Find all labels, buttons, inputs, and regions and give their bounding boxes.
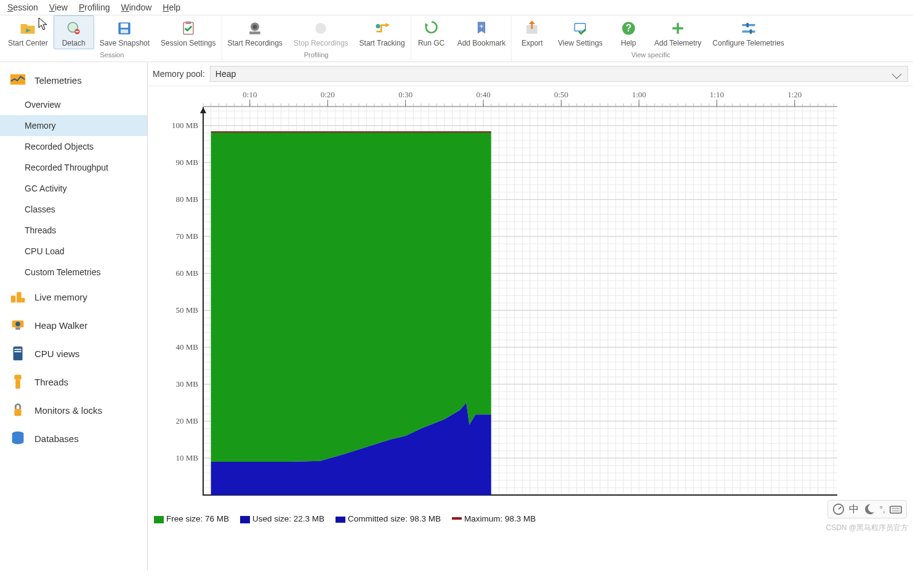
menu-profiling[interactable]: Profiling [79,2,110,12]
save-icon [116,20,133,37]
svg-marker-18 [529,21,536,24]
help-button[interactable]: ?Help [608,15,649,49]
memory-pool-label: Memory pool: [153,69,205,79]
svg-rect-35 [14,349,21,350]
export-icon [523,20,541,37]
svg-rect-29 [17,292,22,303]
help-icon: ? [620,20,637,37]
keyboard-icon [889,502,903,516]
svg-rect-34 [14,347,23,361]
tracking-icon [374,20,391,37]
sidebar-item-custom-telemetries[interactable]: Custom Telemetries [0,262,147,283]
svg-rect-5 [121,23,128,28]
legend-swatch-used [240,516,250,523]
recycle-icon [423,20,440,37]
sidebar-item-overview[interactable]: Overview [0,94,147,115]
legend-swatch-free [154,516,164,523]
clipboard-check-icon [180,20,197,37]
svg-rect-38 [15,380,20,389]
ime-lang-icon: 中 [849,503,859,516]
menu-help[interactable]: Help [163,2,180,12]
configure-icon [740,20,757,37]
svg-rect-39 [14,409,21,416]
telemetries-icon [9,71,27,89]
sidebar-item-recorded-throughput[interactable]: Recorded Throughput [0,157,147,178]
legend-swatch-committed [336,517,345,523]
moon-icon [863,502,876,516]
svg-point-12 [315,23,326,34]
svg-rect-11 [249,31,260,34]
run-gc-button[interactable]: Run GC [411,15,452,49]
svg-rect-28 [11,296,16,303]
svg-rect-25 [746,23,749,27]
svg-rect-37 [14,375,21,380]
ime-status-bar[interactable]: 中 °, [827,500,907,518]
record-icon [246,20,263,37]
svg-text:+: + [479,22,483,31]
menu-window[interactable]: Window [121,2,152,12]
detach-button[interactable]: Detach [54,15,94,49]
start-recordings-button[interactable]: Start Recordings [222,15,288,49]
stop-icon [312,20,329,37]
detach-icon [65,20,82,37]
svg-rect-3 [75,31,78,32]
configure-telemetries-button[interactable]: Configure Telemetries [707,15,790,49]
sidebar-item-cpu-load[interactable]: CPU Load [0,241,147,262]
sidebar-item-gc-activity[interactable]: GC Activity [0,178,147,199]
sidebar-item-recorded-objects[interactable]: Recorded Objects [0,136,147,157]
chevron-down-icon [892,70,902,79]
sidebar-section-databases[interactable]: Databases [0,424,147,453]
svg-rect-6 [121,30,128,33]
memory-pool-select[interactable]: Heap [210,66,908,82]
sidebar: Telemetries OverviewMemoryRecorded Objec… [0,62,148,570]
group-label-profiling: Profiling [304,49,329,60]
svg-point-14 [376,24,380,28]
gauge-icon [832,502,845,516]
sidebar-item-memory[interactable]: Memory [0,115,147,136]
menubar: Session View Profiling Window Help [0,0,913,15]
svg-rect-26 [749,30,752,34]
svg-point-32 [15,322,20,327]
svg-rect-36 [14,352,21,353]
memory-chart [148,86,913,570]
add-telemetry-button[interactable]: Add Telemetry [649,15,707,49]
sidebar-section-threads[interactable]: Threads [0,368,147,396]
svg-rect-44 [890,507,901,513]
start-center-button[interactable]: Start Center [2,15,54,49]
start-tracking-button[interactable]: Start Tracking [354,15,411,49]
svg-marker-13 [385,23,390,27]
sidebar-item-threads[interactable]: Threads [0,220,147,241]
sidebar-section-cpu-views[interactable]: CPU views [0,339,147,368]
svg-rect-30 [22,298,25,303]
sidebar-item-classes[interactable]: Classes [0,199,147,220]
menu-session[interactable]: Session [7,2,38,12]
folder-play-icon [19,20,36,37]
svg-rect-24 [742,31,755,33]
svg-point-42 [12,440,24,445]
legend-swatch-max [452,517,462,520]
add-bookmark-button[interactable]: +Add Bookmark [452,15,512,49]
sidebar-section-live-memory[interactable]: Live memory [0,283,147,311]
mode-icon: °, [880,504,886,514]
svg-rect-33 [15,328,20,330]
export-button[interactable]: Export [512,15,552,49]
sidebar-section-heap-walker[interactable]: Heap Walker [0,311,147,339]
watermark: CSDN @黑马程序员官方 [826,523,908,533]
sidebar-section-monitors-locks[interactable]: Monitors & locks [0,396,147,424]
session-settings-button[interactable]: Session Settings [155,15,221,49]
sidebar-section-telemetries[interactable]: Telemetries [0,66,147,94]
menu-view[interactable]: View [49,2,68,12]
svg-text:?: ? [625,23,632,33]
group-label-view: View specific [631,49,670,60]
toolbar: Start Center Detach Save Snapshot Sessio… [0,15,913,62]
chart-legend: Free size: 76 MB Used size: 22.3 MB Comm… [154,514,536,523]
view-settings-icon [572,20,589,37]
memory-pool-value: Heap [215,69,236,79]
save-snapshot-button[interactable]: Save Snapshot [94,15,155,49]
view-settings-button[interactable]: View Settings [552,15,608,49]
svg-point-10 [253,25,257,29]
bookmark-icon: + [473,20,490,37]
plus-icon [669,20,686,37]
svg-rect-20 [575,24,585,31]
stop-recordings-button: Stop Recordings [288,15,354,49]
